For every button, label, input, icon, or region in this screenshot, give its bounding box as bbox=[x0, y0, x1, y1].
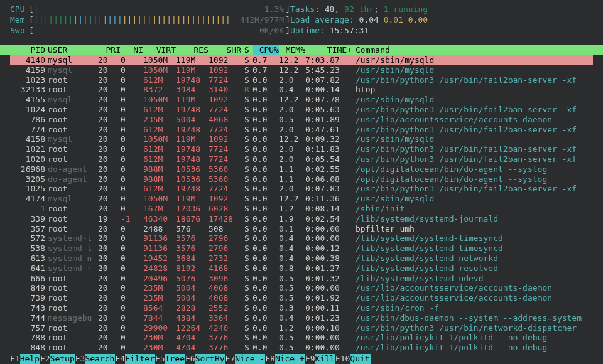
process-row[interactable]: 757root20029900122644240S0.01.20:00.10/u… bbox=[10, 323, 593, 333]
swap-meter-row: Swp [ 0K/0K ] Uptime: 15:57:31 bbox=[10, 25, 593, 36]
col-header-state[interactable]: S bbox=[241, 45, 253, 55]
process-row[interactable]: 339root19-1463401867617428S0.01.90:02.54… bbox=[10, 214, 593, 224]
col-header-res[interactable]: RES bbox=[176, 45, 209, 55]
cpu-meter-row: CPU [ | 1.3% ] Tasks: 48, 92 thr; 1 runn… bbox=[10, 4, 593, 14]
fn-f1[interactable]: F1Help bbox=[10, 354, 40, 364]
process-row[interactable]: 744messagebu200784443843364S0.00.40:01.2… bbox=[10, 313, 593, 323]
cpu-value: 1.3% bbox=[229, 4, 285, 14]
swap-value: 0K/0K bbox=[229, 25, 285, 36]
process-row[interactable]: 572systemd-t2009113635762796S0.00.40:00.… bbox=[10, 233, 593, 244]
process-row[interactable]: 4155mysql2001050M119M1092S0.012.20:07.78… bbox=[10, 95, 593, 105]
process-row[interactable]: 1023root200612M197487724S0.02.00:07.82/u… bbox=[10, 75, 593, 85]
mem-value: 442M/977M bbox=[229, 14, 285, 25]
fn-f5[interactable]: F5Tree bbox=[155, 354, 185, 364]
fn-f7[interactable]: F7Nice - bbox=[225, 354, 266, 364]
load-label: Load average: bbox=[290, 15, 359, 24]
fn-f2[interactable]: F2Setup bbox=[40, 354, 75, 364]
process-row[interactable]: 1root200167M120366028S0.01.20:08.14/sbin… bbox=[10, 204, 593, 214]
cpu-label: CPU bbox=[10, 4, 29, 14]
cpu-bar: | bbox=[34, 4, 229, 14]
process-row[interactable]: 848root200230M47043776S0.00.50:00.00/usr… bbox=[10, 343, 593, 353]
load-15: 0.00 bbox=[408, 15, 428, 24]
tasks-total: 48 bbox=[325, 4, 335, 14]
col-header-time[interactable]: TIME+ bbox=[305, 45, 352, 55]
process-row[interactable]: 4140mysql2001050M119M1092S0.712.27:03.87… bbox=[10, 55, 593, 65]
column-header-row[interactable]: PID USER PRI NI VIRT RES SHR S CPU% MEM%… bbox=[0, 45, 603, 55]
process-row[interactable]: 613systemd-n2001945236842732S0.00.40:00.… bbox=[10, 254, 593, 264]
mem-meter-row: Mem [ ||||||||||||||||||||||||||||||||||… bbox=[10, 14, 593, 25]
col-header-virt[interactable]: VIRT bbox=[143, 45, 176, 55]
process-row[interactable]: 3205do-agent200988M105365360S0.01.10:06.… bbox=[10, 174, 593, 185]
fn-f6[interactable]: F6SortBy bbox=[185, 354, 225, 364]
process-row[interactable]: 666root2002049650763096S0.00.50:01.32/li… bbox=[10, 274, 593, 284]
process-row[interactable]: 849root200235M50044068S0.00.50:00.00/usr… bbox=[10, 283, 593, 293]
process-row[interactable]: 1021root200612M197487724S0.02.00:11.83/u… bbox=[10, 144, 593, 154]
uptime-label: Uptime: bbox=[290, 26, 330, 35]
process-row[interactable]: 743root200856428282552S0.00.30:00.11/usr… bbox=[10, 303, 593, 313]
process-row[interactable]: 357root2002488576508S0.00.10:00.00bpfilt… bbox=[10, 224, 593, 234]
meters-panel: CPU [ | 1.3% ] Tasks: 48, 92 thr; 1 runn… bbox=[0, 4, 603, 36]
tasks-threads: 92 thr bbox=[344, 4, 374, 14]
col-header-pri[interactable]: PRI bbox=[98, 45, 121, 55]
fn-f4[interactable]: F4Filter bbox=[115, 354, 155, 364]
process-list[interactable]: 4140mysql2001050M119M1092S0.712.27:03.87… bbox=[0, 55, 603, 353]
col-header-command[interactable]: Command bbox=[352, 45, 593, 55]
fn-f8[interactable]: F8Nice + bbox=[265, 354, 305, 364]
col-header-cpu[interactable]: CPU% bbox=[253, 45, 279, 55]
fn-f9[interactable]: F9Kill bbox=[305, 354, 335, 364]
process-row[interactable]: 4174mysql2001050M119M1092S0.012.20:11.36… bbox=[10, 194, 593, 204]
function-key-bar[interactable]: F1HelpF2SetupF3SearchF4FilterF5TreeF6Sor… bbox=[0, 354, 603, 364]
tasks-running: 1 running bbox=[384, 4, 428, 14]
mem-label: Mem bbox=[10, 14, 29, 25]
process-row[interactable]: 1020root200612M197487724S0.02.00:05.54/u… bbox=[10, 154, 593, 164]
cpu-bracket-open: [ bbox=[29, 4, 34, 14]
tasks-label: Tasks: bbox=[290, 4, 325, 14]
load-1: 0.04 bbox=[359, 15, 379, 24]
col-header-mem[interactable]: MEM% bbox=[279, 45, 305, 55]
mem-bar: |||||||||||||||||||||||||||||||||||||||| bbox=[34, 14, 229, 25]
fn-f3[interactable]: F3Search bbox=[75, 354, 116, 364]
process-row[interactable]: 26968do-agent200988M105365360S0.01.10:02… bbox=[10, 164, 593, 174]
load-5: 0.01 bbox=[384, 15, 403, 24]
col-header-shr[interactable]: SHR bbox=[209, 45, 241, 55]
process-row[interactable]: 786root200235M50044068S0.00.50:01.89/usr… bbox=[10, 115, 593, 125]
process-row[interactable]: 774root200612M197487724S0.02.00:47.61/us… bbox=[10, 125, 593, 135]
process-row[interactable]: 4159mysql2001050M119M1092S0.712.25:45.23… bbox=[10, 65, 593, 75]
process-row[interactable]: 538systemd-t2009113635762796S0.00.40:00.… bbox=[10, 244, 593, 254]
uptime-value: 15:57:31 bbox=[330, 26, 369, 35]
process-row[interactable]: 641systemd-r2002482881924168S0.00.80:01.… bbox=[10, 264, 593, 274]
process-row[interactable]: 1025root200612M197487724S0.02.00:07.83/u… bbox=[10, 184, 593, 194]
process-row[interactable]: 739root200235M50044068S0.00.50:01.92/usr… bbox=[10, 293, 593, 303]
fn-f10[interactable]: F10Quit bbox=[335, 354, 371, 364]
htop-screen: CPU [ | 1.3% ] Tasks: 48, 92 thr; 1 runn… bbox=[0, 0, 603, 353]
process-row[interactable]: 32133root200837239843140R0.00.40:00.14ht… bbox=[10, 85, 593, 95]
swap-label: Swp bbox=[10, 25, 29, 36]
col-header-user[interactable]: USER bbox=[45, 45, 98, 55]
process-row[interactable]: 4158mysql2001050M119M1092S0.012.20:09.32… bbox=[10, 134, 593, 144]
process-row[interactable]: 788root200230M47043776S0.00.50:00.00/usr… bbox=[10, 333, 593, 343]
col-header-pid[interactable]: PID bbox=[10, 45, 45, 55]
col-header-ni[interactable]: NI bbox=[121, 45, 143, 55]
cpu-bracket-close: ] bbox=[285, 4, 290, 14]
process-row[interactable]: 1024root200612M197487724S0.02.00:05.63/u… bbox=[10, 105, 593, 115]
